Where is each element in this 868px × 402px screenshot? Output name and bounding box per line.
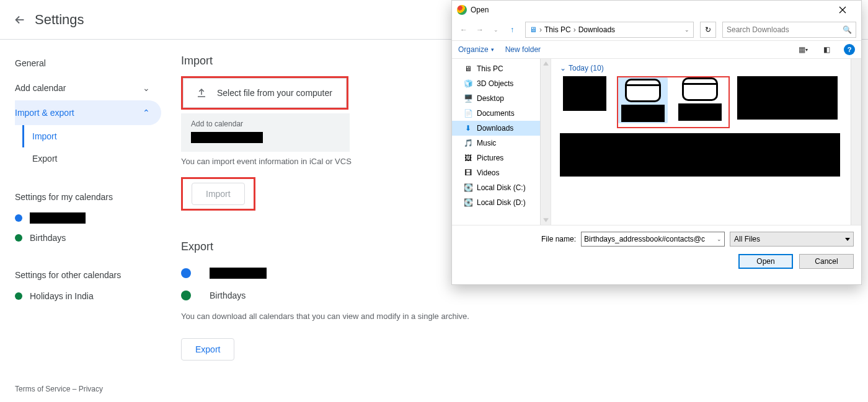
sidebar: General Add calendar ⌄ Import & export ⌃… — [0, 40, 161, 402]
pc-icon: 🖥 — [463, 64, 473, 74]
calendar-item-birthdays[interactable]: Birthdays — [15, 228, 161, 248]
nav-back-button[interactable]: ← — [457, 23, 471, 37]
chrome-icon — [457, 5, 467, 15]
file-name-field[interactable] — [584, 235, 717, 243]
tree-desktop[interactable]: 🖥️Desktop — [452, 91, 551, 106]
breadcrumb-segment[interactable]: Downloads — [578, 25, 615, 34]
organize-button[interactable]: Organize ▾ — [458, 45, 494, 54]
chevron-right-icon: › — [539, 25, 542, 34]
preview-pane-button[interactable]: ◧ — [820, 43, 833, 56]
nav-recent-button[interactable]: ⌄ — [489, 23, 503, 37]
file-thumbnail[interactable] — [675, 77, 725, 123]
folder-tree: 🖥This PC 🧊3D Objects 🖥️Desktop 📄Document… — [452, 59, 551, 225]
new-folder-button[interactable]: New folder — [505, 45, 541, 54]
scrollbar[interactable] — [540, 59, 551, 225]
sidebar-item-label: Import & export — [15, 108, 74, 118]
chevron-right-icon: › — [574, 25, 576, 34]
view-options-button[interactable]: ▦ ▾ — [797, 43, 809, 56]
open-button[interactable]: Open — [738, 254, 793, 269]
tree-3d-objects[interactable]: 🧊3D Objects — [452, 76, 551, 91]
dialog-titlebar: Open — [452, 1, 861, 19]
sidebar-sub-import[interactable]: Import — [22, 125, 161, 147]
group-today[interactable]: ⌄Today (10) — [560, 63, 855, 76]
cube-icon: 🧊 — [463, 79, 473, 89]
calendar-color-dot — [181, 268, 191, 278]
file-name-input[interactable]: ⌄ — [581, 232, 725, 247]
tree-label: Documents — [477, 109, 515, 118]
chevron-down-icon: ▾ — [491, 46, 494, 53]
tree-label: Videos — [477, 168, 499, 177]
tree-local-c[interactable]: 💽Local Disk (C:) — [452, 180, 551, 195]
tree-music[interactable]: 🎵Music — [452, 136, 551, 151]
redacted-text — [191, 132, 263, 143]
dialog-title: Open — [471, 6, 829, 14]
tree-videos[interactable]: 🎞Videos — [452, 165, 551, 180]
close-button[interactable] — [829, 1, 856, 19]
calendar-color-dot — [15, 214, 22, 222]
sidebar-sub-export[interactable]: Export — [22, 147, 161, 170]
arrow-left-icon — [13, 13, 27, 27]
footer: Terms of Service – Privacy — [15, 385, 103, 393]
cancel-button[interactable]: Cancel — [799, 254, 854, 269]
calendar-label: Birthdays — [30, 233, 66, 243]
tree-pictures[interactable]: 🖼Pictures — [452, 151, 551, 165]
drive-icon: 💽 — [463, 183, 473, 193]
tree-documents[interactable]: 📄Documents — [452, 106, 551, 121]
file-thumbnail[interactable] — [737, 76, 838, 120]
calendar-item-primary[interactable] — [15, 208, 161, 228]
help-button[interactable]: ? — [844, 44, 855, 55]
button-label: Select file from your computer — [217, 88, 332, 98]
calendar-item-holidays[interactable]: Holidays in India — [15, 286, 161, 306]
search-input[interactable]: Search Downloads 🔍 — [722, 22, 856, 38]
sidebar-item-add-calendar[interactable]: Add calendar ⌄ — [15, 76, 161, 100]
tree-local-d[interactable]: 💽Local Disk (D:) — [452, 195, 551, 210]
calendar-label: Holidays in India — [30, 291, 94, 301]
calendar-color-dot — [181, 291, 191, 300]
file-thumbnail[interactable] — [560, 76, 609, 111]
music-icon: 🎵 — [463, 138, 473, 148]
desktop-icon: 🖥️ — [463, 94, 473, 103]
tree-downloads[interactable]: ⬇Downloads — [452, 121, 551, 136]
breadcrumb[interactable]: 🖥 › This PC › Downloads ⌄ — [525, 22, 694, 38]
add-to-calendar-field[interactable]: Add to calendar — [181, 113, 350, 152]
import-button[interactable]: Import — [192, 183, 245, 205]
pc-icon: 🖥 — [529, 25, 537, 34]
button-label: Export — [195, 344, 220, 354]
chevron-down-icon[interactable]: ⌄ — [717, 236, 722, 242]
upload-icon — [196, 87, 207, 98]
download-icon: ⬇ — [463, 123, 473, 133]
tree-label: Music — [477, 139, 496, 147]
calendar-label: Birthdays — [210, 291, 246, 300]
highlight-import: Import — [181, 177, 255, 211]
nav-forward-button[interactable]: → — [473, 23, 487, 37]
select-file-button[interactable]: Select file from your computer — [183, 78, 347, 108]
sidebar-item-import-export[interactable]: Import & export ⌃ — [15, 100, 161, 125]
close-icon — [839, 6, 846, 14]
chevron-up-icon: ⌃ — [143, 108, 150, 118]
privacy-link[interactable]: Privacy — [79, 385, 103, 393]
group-label: Today (10) — [569, 64, 604, 72]
sidebar-heading-my-calendars: Settings for my calendars — [15, 186, 161, 208]
export-calendar-birthdays: Birthdays — [181, 284, 848, 307]
sidebar-item-general[interactable]: General — [15, 51, 161, 76]
terms-link[interactable]: Terms of Service — [15, 385, 70, 393]
export-button[interactable]: Export — [181, 338, 234, 360]
file-thumbnail-selected[interactable] — [618, 77, 668, 123]
file-thumbnail[interactable] — [560, 133, 840, 177]
open-file-dialog: Open ← → ⌄ ↑ 🖥 › This PC › Downloads ⌄ ↻… — [451, 0, 862, 285]
chevron-down-icon[interactable]: ⌄ — [684, 27, 689, 33]
button-label: Cancel — [815, 257, 838, 266]
sidebar-item-label: Import — [32, 131, 57, 141]
file-type-filter[interactable]: All Files — [730, 232, 854, 247]
tree-this-pc[interactable]: 🖥This PC — [452, 61, 551, 76]
chevron-down-icon: ⌄ — [143, 83, 150, 93]
refresh-button[interactable]: ↻ — [700, 22, 716, 38]
scrollbar[interactable] — [851, 59, 861, 225]
back-button[interactable] — [7, 7, 32, 32]
nav-up-button[interactable]: ↑ — [505, 23, 519, 37]
dialog-footer: File name: ⌄ All Files Open Cancel — [452, 225, 861, 275]
tree-label: Local Disk (C:) — [477, 183, 526, 192]
file-list: ⌄Today (10) — [551, 59, 861, 225]
button-label: Import — [206, 189, 231, 199]
breadcrumb-segment[interactable]: This PC — [544, 25, 571, 34]
